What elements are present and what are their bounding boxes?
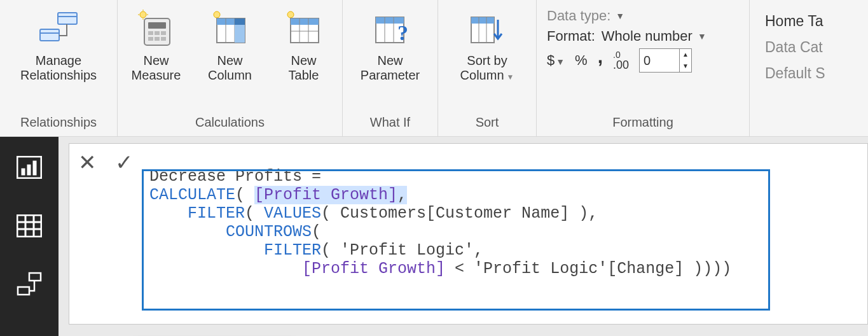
svg-rect-49 <box>18 287 29 295</box>
data-type-selector[interactable]: Data type: ▼ <box>547 8 739 24</box>
svg-point-24 <box>287 11 294 18</box>
new-parameter-button[interactable]: ? New Parameter <box>346 4 435 85</box>
sort-by-column-button[interactable]: Sort by Column▼ <box>443 4 532 85</box>
decimal-places-input[interactable] <box>640 49 679 72</box>
svg-rect-12 <box>155 31 160 35</box>
svg-rect-26 <box>291 18 319 25</box>
chevron-down-icon: ▼ <box>616 11 624 21</box>
svg-rect-48 <box>29 273 41 281</box>
ribbon-group-whatif: ? New Parameter What If <box>343 0 438 136</box>
format-selector[interactable]: Format: Whole number ▼ <box>547 28 739 45</box>
decimal-places-spinner[interactable]: ▲ ▼ <box>639 48 692 73</box>
commit-formula-button[interactable]: ✓ <box>115 151 133 173</box>
svg-rect-42 <box>33 161 36 175</box>
svg-rect-41 <box>27 165 31 175</box>
view-switcher <box>0 137 59 336</box>
new-column-button[interactable]: New Column <box>195 4 266 85</box>
ribbon-group-formatting: Data type: ▼ Format: Whole number ▼ $▼ %… <box>537 0 750 136</box>
home-table-selector[interactable]: Home Ta <box>765 13 825 30</box>
formula-bar: ✕ ✓ Decrease Profits = CALCULATE( [Profi… <box>69 143 868 325</box>
currency-format-button[interactable]: $▼ <box>547 52 565 69</box>
new-measure-button[interactable]: New Measure <box>121 4 192 85</box>
svg-point-4 <box>140 11 146 18</box>
svg-rect-16 <box>161 37 166 41</box>
new-table-button[interactable]: New Table <box>268 4 340 85</box>
measure-icon <box>134 6 179 51</box>
ribbon-group-sort: Sort by Column▼ Sort <box>438 0 537 136</box>
spinner-up-icon[interactable]: ▲ <box>680 49 691 60</box>
svg-text:?: ? <box>397 21 408 45</box>
thousands-separator-button[interactable]: , <box>598 46 603 67</box>
formula-editor[interactable]: Decrease Profits = CALCULATE( [Profit Gr… <box>142 144 867 324</box>
manage-relationships-button[interactable]: Manage Relationships <box>4 4 113 85</box>
svg-rect-36 <box>471 17 494 24</box>
report-view-button[interactable] <box>14 153 45 181</box>
data-view-button[interactable] <box>14 212 45 240</box>
svg-rect-0 <box>58 13 77 24</box>
decimal-places-button[interactable]: .0 .00 <box>613 50 629 71</box>
cancel-formula-button[interactable]: ✕ <box>78 151 96 173</box>
sort-icon <box>464 6 510 51</box>
group-label: Calculations <box>118 114 342 134</box>
svg-rect-13 <box>161 31 166 35</box>
ribbon-group-relationships: Manage Relationships Relationships <box>0 0 118 136</box>
svg-rect-11 <box>148 31 153 35</box>
chevron-down-icon: ▼ <box>698 31 706 41</box>
svg-rect-10 <box>148 22 166 29</box>
ribbon-group-properties: Home Ta Data Cat Default S <box>750 0 868 136</box>
svg-rect-23 <box>235 18 245 25</box>
default-summarization-selector[interactable]: Default S <box>765 65 825 82</box>
ribbon: Manage Relationships Relationships New M… <box>0 0 868 137</box>
relationships-icon <box>36 6 81 51</box>
data-category-selector[interactable]: Data Cat <box>765 39 825 56</box>
svg-point-17 <box>214 11 220 18</box>
group-label: Relationships <box>0 114 117 134</box>
svg-rect-15 <box>155 37 160 41</box>
group-label: Formatting <box>537 114 749 134</box>
percent-format-button[interactable]: % <box>575 52 588 69</box>
svg-rect-2 <box>40 29 59 41</box>
parameter-icon: ? <box>368 6 413 51</box>
group-label: What If <box>343 114 437 134</box>
column-icon <box>207 6 253 51</box>
svg-rect-43 <box>17 215 41 237</box>
svg-rect-14 <box>148 37 153 41</box>
group-label: Sort <box>438 114 536 134</box>
workspace: ✕ ✓ Decrease Profits = CALCULATE( [Profi… <box>0 137 868 336</box>
model-view-button[interactable] <box>14 270 45 298</box>
ribbon-group-calculations: New Measure New Column <box>118 0 343 136</box>
svg-rect-40 <box>22 169 25 175</box>
table-icon <box>281 6 327 51</box>
canvas-area: ✕ ✓ Decrease Profits = CALCULATE( [Profi… <box>59 137 868 336</box>
spinner-down-icon[interactable]: ▼ <box>680 60 691 72</box>
